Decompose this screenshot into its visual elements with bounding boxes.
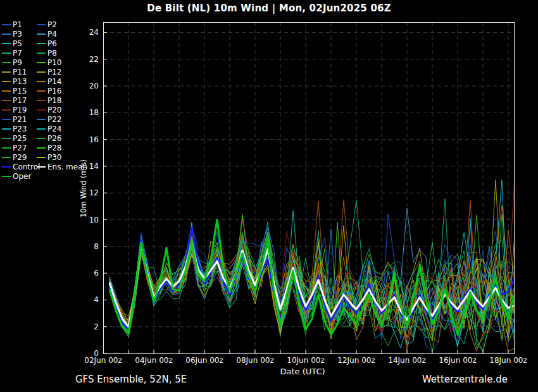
legend-item-p9: P9 [2,58,22,67]
legend-item-p19: P19 [2,106,27,114]
legend-label-p17: P17 [13,96,27,105]
y-tick-label-2: 2 [76,322,99,332]
legend-swatch-p7 [2,52,11,54]
ensemble-plot-svg [103,22,515,354]
legend-item-p20: P20 [37,106,62,114]
legend-label-p23: P23 [13,125,27,133]
legend-label-p15: P15 [13,87,27,95]
legend-label-p12: P12 [47,68,62,77]
x-tick-label-9: 18Jun 00z [482,356,535,365]
x-tick-label-8: 16Jun 00z [431,356,484,365]
y-tick-label-22: 22 [76,54,99,64]
legend-swatch-p13 [2,81,11,82]
legend-item-p30: P30 [37,153,62,162]
legend-item-p15: P15 [2,87,27,95]
legend-swatch-p20 [37,109,46,111]
legend-swatch-p25 [2,138,11,139]
legend-label-p30: P30 [47,153,62,162]
legend-label-p26: P26 [47,134,62,143]
legend-label-p18: P18 [47,96,62,105]
legend-item-control: Control [2,162,40,171]
y-tick-label-6: 6 [76,268,99,278]
legend-item-p5: P5 [2,39,22,48]
legend-label-p21: P21 [13,115,27,124]
legend-item-p1: P1 [2,20,22,29]
legend-label-p5: P5 [13,39,22,48]
y-tick-label-20: 20 [76,81,99,91]
legend-item-p6: P6 [37,39,57,48]
x-tick-label-3: 06Jun 00z [178,356,231,365]
y-tick-label-4: 4 [76,295,99,305]
legend-label-p11: P11 [13,68,27,77]
legend-swatch-p12 [37,71,46,73]
legend-swatch-p6 [37,43,46,44]
legend-item-p22: P22 [37,115,62,124]
legend-item-p27: P27 [2,144,27,152]
legend-swatch-p1 [2,24,11,25]
legend-item-p4: P4 [37,30,57,39]
legend-label-p19: P19 [13,106,27,114]
legend-swatch-p15 [2,90,11,92]
legend-label-p6: P6 [47,39,57,48]
legend-label-p9: P9 [13,58,22,67]
y-tick-label-16: 16 [76,135,99,145]
legend-swatch-p29 [2,157,11,158]
legend-item-p24: P24 [37,125,62,133]
legend-swatch-p3 [2,34,11,35]
legend-swatch-p16 [37,90,46,92]
legend-label-p3: P3 [13,30,22,39]
footer-model-info: GFS Ensemble, 52N, 5E [75,374,187,385]
legend-label-p25: P25 [13,134,27,143]
legend-item-p7: P7 [2,49,22,58]
x-tick-label-2: 04Jun 00z [127,356,180,365]
chart-title: De Bilt (NL) 10m Wind | Mon, 02Jun2025 0… [0,3,538,14]
x-axis-title: Date (UTC) [246,367,360,376]
legend-label-p13: P13 [13,77,27,86]
legend-swatch-control [2,166,11,168]
legend-label-p10: P10 [47,58,62,67]
legend-item-p25: P25 [2,134,27,143]
legend-label-p1: P1 [13,20,22,29]
y-tick-label-18: 18 [76,107,99,118]
legend-label-p7: P7 [13,49,22,58]
legend-swatch-p9 [2,62,11,63]
legend-item-p11: P11 [2,68,27,77]
legend-item-p3: P3 [2,30,22,39]
legend-label-p8: P8 [47,49,57,58]
legend-swatch-p21 [2,119,11,120]
legend-label-p16: P16 [47,87,62,95]
legend-label-p24: P24 [47,125,62,133]
legend-label-p29: P29 [13,153,27,162]
legend-item-p28: P28 [37,144,62,152]
legend-swatch-p17 [2,100,11,101]
legend-label-p27: P27 [13,144,27,152]
legend-label-control: Control [13,162,40,171]
legend-item-p10: P10 [37,58,62,67]
legend-label-p20: P20 [47,106,62,114]
legend-item-p13: P13 [2,77,27,86]
legend-item-p29: P29 [2,153,27,162]
legend-label-p22: P22 [47,115,62,124]
plot-area [103,22,515,354]
legend-item-p12: P12 [37,68,62,77]
legend-label-p2: P2 [47,20,57,29]
x-tick-label-1: 02Jun 00z [77,356,130,365]
legend-swatch-p30 [37,157,46,158]
legend-item-p26: P26 [37,134,62,143]
legend-item-p17: P17 [2,96,27,105]
legend-swatch-p18 [37,100,46,101]
legend-label-oper: Oper [13,172,31,181]
legend-swatch-p5 [2,43,11,44]
y-tick-label-12: 12 [76,188,99,198]
x-tick-label-5: 10Jun 00z [279,356,332,365]
legend-item-p18: P18 [37,96,62,105]
x-tick-label-6: 12Jun 00z [330,356,383,365]
legend-label-p14: P14 [47,77,62,86]
legend-swatch-p14 [37,81,46,82]
legend-swatch-p24 [37,128,46,130]
legend-swatch-ens-mean [37,166,46,168]
legend-item-p8: P8 [37,49,57,58]
legend-swatch-p22 [37,119,46,120]
legend-swatch-p10 [37,62,46,63]
legend-swatch-p28 [37,147,46,149]
